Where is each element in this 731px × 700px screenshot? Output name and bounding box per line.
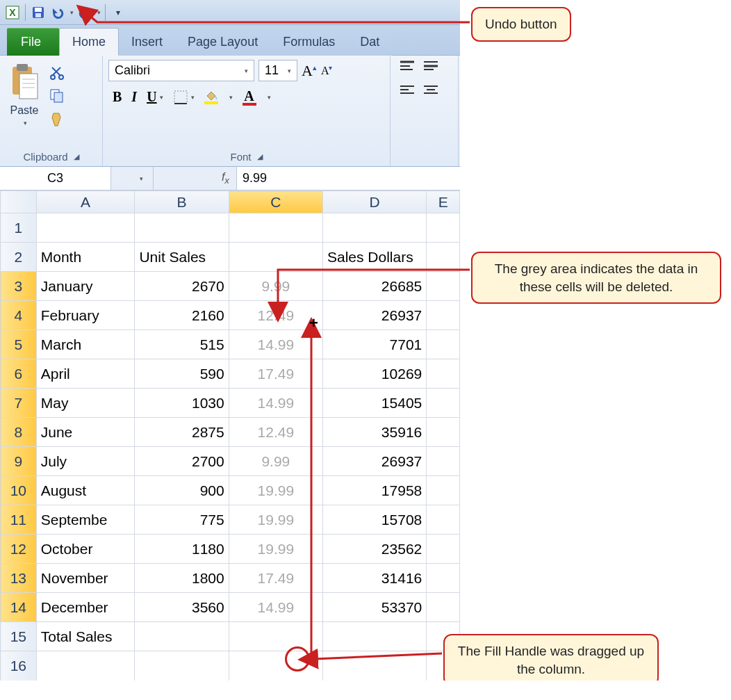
row-header[interactable]: 6 — [1, 359, 37, 389]
row-header[interactable]: 15 — [1, 622, 37, 651]
customize-qat-icon[interactable]: ▾ — [110, 4, 126, 21]
cell[interactable]: 23562 — [322, 535, 426, 564]
cell[interactable]: Total Sales — [36, 622, 135, 651]
cell[interactable] — [427, 330, 460, 359]
align-top-icon[interactable] — [399, 60, 416, 74]
cell[interactable]: 2670 — [135, 272, 229, 301]
cell[interactable]: 26937 — [322, 301, 426, 330]
redo-icon[interactable] — [76, 4, 93, 21]
cell[interactable] — [36, 651, 135, 681]
cell[interactable]: 17.49 — [229, 359, 322, 389]
tab-data[interactable]: Dat — [347, 28, 392, 56]
cell[interactable] — [229, 622, 322, 651]
paste-button[interactable]: Paste ▾ — [6, 60, 43, 129]
cell[interactable]: 775 — [135, 505, 229, 535]
cell[interactable]: Unit Sales — [135, 243, 229, 272]
cell[interactable] — [135, 651, 229, 681]
cell[interactable]: 590 — [135, 359, 229, 389]
increase-font-icon[interactable]: A▴ — [302, 62, 317, 80]
cell[interactable]: 14.99 — [229, 593, 322, 622]
cell[interactable]: 17.49 — [229, 564, 322, 593]
cell[interactable] — [135, 622, 229, 651]
cell[interactable]: 26937 — [322, 447, 426, 476]
cell[interactable]: June — [36, 418, 135, 447]
cell[interactable]: 515 — [135, 330, 229, 359]
tab-insert[interactable]: Insert — [119, 28, 175, 56]
format-painter-icon[interactable] — [47, 110, 67, 129]
align-middle-icon[interactable] — [422, 60, 439, 74]
row-header[interactable]: 1 — [1, 213, 37, 243]
redo-dropdown-icon[interactable]: ▾ — [97, 9, 101, 16]
cell[interactable]: November — [36, 564, 135, 593]
row-header[interactable]: 4 — [1, 301, 37, 330]
font-size-combo[interactable]: 11 ▾ — [258, 60, 297, 81]
cell[interactable] — [322, 213, 426, 243]
row-header[interactable]: 9 — [1, 447, 37, 476]
paste-dropdown-icon[interactable]: ▾ — [24, 120, 27, 127]
cell[interactable]: 2160 — [135, 301, 229, 330]
cell[interactable]: 10269 — [322, 359, 426, 389]
row-header[interactable]: 10 — [1, 476, 37, 505]
tab-formulas[interactable]: Formulas — [270, 28, 347, 56]
fill-color-button[interactable] — [204, 90, 218, 104]
excel-icon[interactable]: X — [4, 4, 21, 21]
undo-dropdown-icon[interactable]: ▾ — [70, 9, 74, 16]
cell[interactable]: January — [36, 272, 135, 301]
cell[interactable] — [135, 213, 229, 243]
fill-color-dropdown-icon[interactable]: ▾ — [229, 94, 233, 101]
cell[interactable] — [427, 243, 460, 272]
cell[interactable]: 1180 — [135, 535, 229, 564]
cell[interactable] — [427, 476, 460, 505]
cell[interactable] — [427, 272, 460, 301]
cell[interactable]: Month — [36, 243, 135, 272]
cell[interactable]: May — [36, 389, 135, 418]
borders-button[interactable]: ▾ — [173, 90, 195, 105]
cell[interactable]: 19.99 — [229, 535, 322, 564]
font-dialog-launcher-icon[interactable]: ◢ — [257, 152, 263, 161]
cell[interactable]: July — [36, 447, 135, 476]
cell[interactable]: 2875 — [135, 418, 229, 447]
col-header-c[interactable]: C — [229, 191, 322, 213]
cell[interactable]: August — [36, 476, 135, 505]
cell[interactable] — [427, 593, 460, 622]
cell[interactable]: 14.99 — [229, 330, 322, 359]
save-icon[interactable] — [30, 4, 47, 21]
tab-file[interactable]: File — [7, 28, 59, 56]
row-header[interactable]: 16 — [1, 651, 37, 681]
cell[interactable] — [322, 651, 426, 681]
row-header[interactable]: 3 — [1, 272, 37, 301]
cell[interactable]: 1030 — [135, 389, 229, 418]
cell[interactable]: October — [36, 535, 135, 564]
cell[interactable]: 31416 — [322, 564, 426, 593]
cell[interactable]: 15405 — [322, 389, 426, 418]
cell[interactable]: 3560 — [135, 593, 229, 622]
underline-button[interactable]: U▾ — [147, 89, 163, 105]
cell[interactable] — [322, 622, 426, 651]
italic-button[interactable]: I — [131, 89, 137, 105]
col-header-d[interactable]: D — [322, 191, 426, 213]
row-header[interactable]: 11 — [1, 505, 37, 535]
align-center-icon[interactable] — [422, 84, 439, 99]
cell[interactable] — [229, 243, 322, 272]
cell[interactable]: 14.99 — [229, 389, 322, 418]
cell[interactable] — [229, 213, 322, 243]
cell[interactable] — [427, 389, 460, 418]
fx-icon[interactable]: fx — [215, 171, 236, 186]
row-header[interactable]: 7 — [1, 389, 37, 418]
cell[interactable] — [427, 505, 460, 535]
cell[interactable]: 35916 — [322, 418, 426, 447]
font-name-combo[interactable]: Calibri ▾ — [108, 60, 254, 81]
cell[interactable]: 17958 — [322, 476, 426, 505]
row-header[interactable]: 13 — [1, 564, 37, 593]
cell[interactable]: April — [36, 359, 135, 389]
cell[interactable] — [427, 301, 460, 330]
font-color-button[interactable]: A — [243, 88, 256, 106]
align-left-icon[interactable] — [399, 84, 416, 99]
name-box-dropdown-icon[interactable]: ▾ — [111, 175, 153, 182]
cell[interactable] — [427, 213, 460, 243]
cell[interactable]: 9.99 — [229, 447, 322, 476]
cell[interactable]: 15708 — [322, 505, 426, 535]
cell[interactable]: 12.49 — [229, 418, 322, 447]
row-header[interactable]: 5 — [1, 330, 37, 359]
cell[interactable]: Septembe — [36, 505, 135, 535]
